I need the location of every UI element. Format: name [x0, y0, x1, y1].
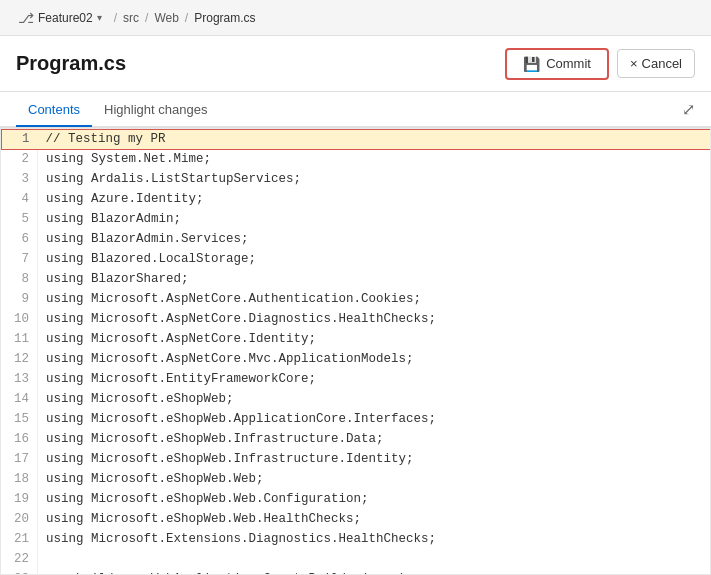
table-row: 11using Microsoft.AspNetCore.Identity; — [2, 330, 712, 350]
code-table: 1// Testing my PR2using System.Net.Mime;… — [1, 129, 711, 575]
table-row: 17using Microsoft.eShopWeb.Infrastructur… — [2, 450, 712, 470]
line-number: 17 — [2, 450, 38, 470]
table-row: 16using Microsoft.eShopWeb.Infrastructur… — [2, 430, 712, 450]
line-code: using Microsoft.Extensions.Diagnostics.H… — [38, 530, 712, 550]
line-code: using Microsoft.AspNetCore.Authenticatio… — [38, 290, 712, 310]
page-title: Program.cs — [16, 52, 126, 75]
code-container[interactable]: 1// Testing my PR2using System.Net.Mime;… — [0, 128, 711, 575]
line-number: 8 — [2, 270, 38, 290]
table-row: 2using System.Net.Mime; — [2, 150, 712, 170]
breadcrumb-bar: ⎇ Feature02 ▾ / src / Web / Program.cs — [0, 0, 711, 36]
line-code: using Microsoft.eShopWeb.Web; — [38, 470, 712, 490]
line-code — [38, 550, 712, 570]
breadcrumb-web: Web — [154, 11, 178, 25]
tab-contents-label: Contents — [28, 102, 80, 117]
breadcrumb-src: src — [123, 11, 139, 25]
line-number: 16 — [2, 430, 38, 450]
line-code: // Testing my PR — [38, 130, 712, 150]
expand-icon[interactable]: ⤢ — [682, 100, 695, 119]
table-row: 3using Ardalis.ListStartupServices; — [2, 170, 712, 190]
line-code: using Microsoft.eShopWeb.Web.HealthCheck… — [38, 510, 712, 530]
table-row: 9using Microsoft.AspNetCore.Authenticati… — [2, 290, 712, 310]
line-code: using Microsoft.AspNetCore.Diagnostics.H… — [38, 310, 712, 330]
branch-icon: ⎇ — [18, 10, 34, 26]
line-number: 18 — [2, 470, 38, 490]
breadcrumb-sep-3: / — [185, 11, 188, 25]
line-code: using BlazorAdmin; — [38, 210, 712, 230]
line-number: 12 — [2, 350, 38, 370]
table-row: 18using Microsoft.eShopWeb.Web; — [2, 470, 712, 490]
branch-name: Feature02 — [38, 11, 93, 25]
table-row: 23var builder = WebApplication.CreateBui… — [2, 570, 712, 576]
line-number: 19 — [2, 490, 38, 510]
tab-contents[interactable]: Contents — [16, 93, 92, 127]
line-code: using Ardalis.ListStartupServices; — [38, 170, 712, 190]
line-code: using Microsoft.AspNetCore.Identity; — [38, 330, 712, 350]
table-row: 5using BlazorAdmin; — [2, 210, 712, 230]
line-code: using Microsoft.EntityFrameworkCore; — [38, 370, 712, 390]
line-number: 21 — [2, 530, 38, 550]
line-code: using Microsoft.eShopWeb.Web.Configurati… — [38, 490, 712, 510]
line-number: 1 — [2, 130, 38, 150]
line-number: 5 — [2, 210, 38, 230]
line-code: using Azure.Identity; — [38, 190, 712, 210]
line-number: 6 — [2, 230, 38, 250]
commit-button[interactable]: 💾 Commit — [505, 48, 609, 80]
line-code: var builder = WebApplication.CreateBuild… — [38, 570, 712, 576]
line-number: 22 — [2, 550, 38, 570]
table-row: 13using Microsoft.EntityFrameworkCore; — [2, 370, 712, 390]
line-number: 3 — [2, 170, 38, 190]
table-row: 8using BlazorShared; — [2, 270, 712, 290]
branch-selector[interactable]: ⎇ Feature02 ▾ — [12, 8, 108, 28]
line-number: 10 — [2, 310, 38, 330]
cancel-button[interactable]: × Cancel — [617, 49, 695, 78]
line-number: 9 — [2, 290, 38, 310]
line-code: using Microsoft.eShopWeb.Infrastructure.… — [38, 450, 712, 470]
line-code: using Microsoft.AspNetCore.Mvc.Applicati… — [38, 350, 712, 370]
table-row: 20using Microsoft.eShopWeb.Web.HealthChe… — [2, 510, 712, 530]
table-row: 15using Microsoft.eShopWeb.ApplicationCo… — [2, 410, 712, 430]
line-number: 13 — [2, 370, 38, 390]
line-code: using Microsoft.eShopWeb; — [38, 390, 712, 410]
line-code: using System.Net.Mime; — [38, 150, 712, 170]
table-row: 14using Microsoft.eShopWeb; — [2, 390, 712, 410]
commit-label: Commit — [546, 56, 591, 71]
table-row: 1// Testing my PR — [2, 130, 712, 150]
main-header: Program.cs 💾 Commit × Cancel — [0, 36, 711, 92]
tabs-bar: Contents Highlight changes ⤢ — [0, 92, 711, 128]
table-row: 10using Microsoft.AspNetCore.Diagnostics… — [2, 310, 712, 330]
table-row: 22 — [2, 550, 712, 570]
tabs-left: Contents Highlight changes — [16, 92, 219, 126]
line-number: 14 — [2, 390, 38, 410]
cancel-label: Cancel — [642, 56, 682, 71]
table-row: 7using Blazored.LocalStorage; — [2, 250, 712, 270]
line-code: using BlazorAdmin.Services; — [38, 230, 712, 250]
tab-highlight-changes[interactable]: Highlight changes — [92, 93, 219, 127]
breadcrumb-sep-1: / — [114, 11, 117, 25]
line-number: 23 — [2, 570, 38, 576]
line-number: 4 — [2, 190, 38, 210]
tab-highlight-label: Highlight changes — [104, 102, 207, 117]
table-row: 21using Microsoft.Extensions.Diagnostics… — [2, 530, 712, 550]
table-row: 4using Azure.Identity; — [2, 190, 712, 210]
header-actions: 💾 Commit × Cancel — [505, 48, 695, 80]
line-number: 7 — [2, 250, 38, 270]
table-row: 6using BlazorAdmin.Services; — [2, 230, 712, 250]
breadcrumb-file: Program.cs — [194, 11, 255, 25]
line-number: 15 — [2, 410, 38, 430]
line-number: 11 — [2, 330, 38, 350]
line-number: 20 — [2, 510, 38, 530]
line-code: using Microsoft.eShopWeb.Infrastructure.… — [38, 430, 712, 450]
line-number: 2 — [2, 150, 38, 170]
commit-icon: 💾 — [523, 56, 540, 72]
cancel-x-icon: × — [630, 56, 638, 71]
table-row: 12using Microsoft.AspNetCore.Mvc.Applica… — [2, 350, 712, 370]
breadcrumb-sep-2: / — [145, 11, 148, 25]
line-code: using BlazorShared; — [38, 270, 712, 290]
line-code: using Microsoft.eShopWeb.ApplicationCore… — [38, 410, 712, 430]
chevron-down-icon: ▾ — [97, 12, 102, 23]
line-code: using Blazored.LocalStorage; — [38, 250, 712, 270]
table-row: 19using Microsoft.eShopWeb.Web.Configura… — [2, 490, 712, 510]
